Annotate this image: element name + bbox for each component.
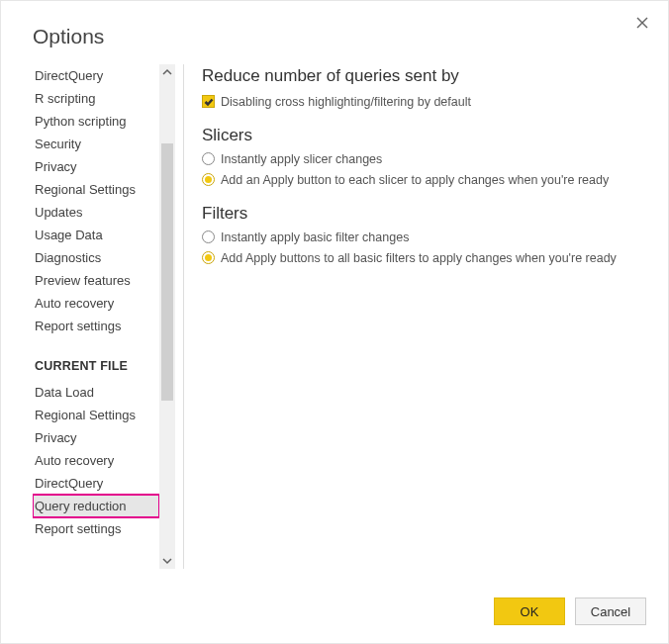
sidebar-item-privacy[interactable]: Privacy bbox=[33, 426, 159, 449]
radio-slicers-apply-button[interactable]: Add an Apply button to each slicer to ap… bbox=[202, 172, 648, 190]
radio-icon bbox=[202, 173, 215, 186]
options-sidebar: DirectQueryR scriptingPython scriptingSe… bbox=[33, 64, 159, 569]
group-title-filters: Filters bbox=[202, 204, 648, 224]
sidebar-item-directquery[interactable]: DirectQuery bbox=[33, 64, 159, 87]
vertical-divider bbox=[183, 64, 184, 569]
sidebar-item-report-settings[interactable]: Report settings bbox=[33, 517, 159, 540]
sidebar-item-diagnostics[interactable]: Diagnostics bbox=[33, 246, 159, 269]
sidebar-item-query-reduction[interactable]: Query reduction bbox=[33, 495, 159, 517]
radio-slicers-instant[interactable]: Instantly apply slicer changes bbox=[202, 151, 648, 169]
close-button[interactable] bbox=[632, 13, 652, 33]
checkbox-disable-cross-highlight[interactable]: Disabling cross highlighting/filtering b… bbox=[202, 94, 648, 112]
sidebar-item-regional-settings[interactable]: Regional Settings bbox=[33, 404, 159, 426]
sidebar-item-r-scripting[interactable]: R scripting bbox=[33, 87, 159, 110]
radio-icon bbox=[202, 251, 215, 264]
sidebar-item-preview-features[interactable]: Preview features bbox=[33, 269, 159, 292]
sidebar-item-regional-settings[interactable]: Regional Settings bbox=[33, 178, 159, 201]
sidebar-item-updates[interactable]: Updates bbox=[33, 201, 159, 224]
sidebar-item-python-scripting[interactable]: Python scripting bbox=[33, 110, 159, 133]
radio-icon bbox=[202, 152, 215, 165]
scroll-up-icon[interactable] bbox=[159, 64, 175, 80]
sidebar-item-auto-recovery[interactable]: Auto recovery bbox=[33, 449, 159, 472]
sidebar-item-report-settings[interactable]: Report settings bbox=[33, 315, 159, 337]
group-title-slicers: Slicers bbox=[202, 126, 648, 145]
ok-button[interactable]: OK bbox=[494, 598, 565, 625]
sidebar-item-auto-recovery[interactable]: Auto recovery bbox=[33, 292, 159, 315]
options-main-panel: Reduce number of queries sent by Disabli… bbox=[202, 64, 668, 569]
radio-label: Add an Apply button to each slicer to ap… bbox=[221, 172, 609, 190]
radio-label: Instantly apply basic filter changes bbox=[221, 230, 409, 247]
sidebar-item-data-load[interactable]: Data Load bbox=[33, 381, 159, 404]
radio-icon bbox=[202, 230, 215, 243]
section-header-current-file: CURRENT FILE bbox=[33, 337, 159, 381]
dialog-title: Options bbox=[1, 1, 668, 64]
sidebar-item-usage-data[interactable]: Usage Data bbox=[33, 224, 159, 246]
sidebar-item-privacy[interactable]: Privacy bbox=[33, 155, 159, 178]
cancel-button[interactable]: Cancel bbox=[575, 598, 646, 625]
sidebar-scrollbar[interactable] bbox=[159, 64, 175, 569]
radio-filters-instant[interactable]: Instantly apply basic filter changes bbox=[202, 230, 648, 247]
sidebar-item-security[interactable]: Security bbox=[33, 133, 159, 155]
scroll-thumb[interactable] bbox=[161, 143, 173, 401]
scroll-down-icon[interactable] bbox=[159, 553, 175, 569]
radio-label: Instantly apply slicer changes bbox=[221, 151, 382, 169]
checkbox-label: Disabling cross highlighting/filtering b… bbox=[221, 94, 471, 112]
sidebar-item-directquery[interactable]: DirectQuery bbox=[33, 472, 159, 495]
radio-label: Add Apply buttons to all basic filters t… bbox=[221, 250, 617, 268]
group-title-reduce: Reduce number of queries sent by bbox=[202, 66, 648, 86]
checkmark-icon bbox=[202, 95, 215, 108]
radio-filters-apply-button[interactable]: Add Apply buttons to all basic filters t… bbox=[202, 250, 648, 268]
